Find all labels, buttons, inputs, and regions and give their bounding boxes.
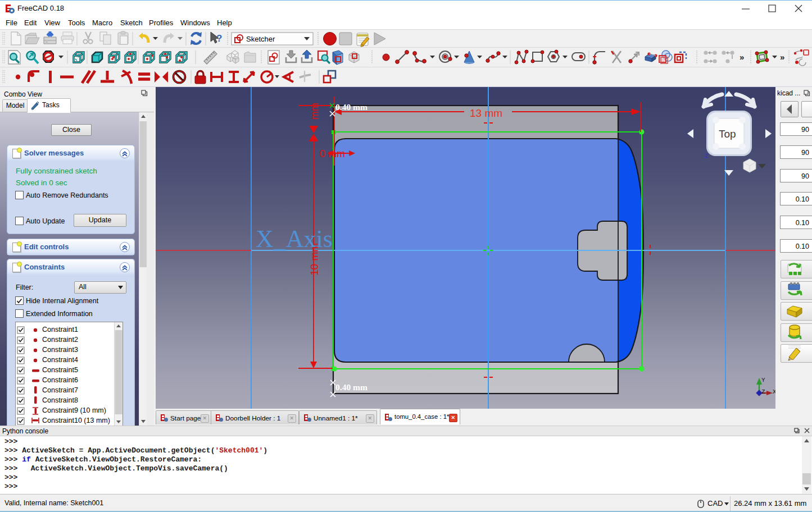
svg-text:Sketcher: Sketcher	[246, 35, 275, 43]
svg-text:13 mm: 13 mm	[470, 107, 502, 119]
svg-text:z: z	[705, 152, 708, 159]
svg-text:0.40 mm: 0.40 mm	[335, 382, 368, 392]
svg-text:0.40 mm: 0.40 mm	[335, 102, 368, 112]
svg-text:Y: Y	[761, 377, 765, 383]
svg-text:mm: mm	[309, 103, 320, 120]
svg-text:X_Axis: X_Axis	[256, 225, 333, 253]
svg-text:?: ?	[216, 33, 222, 44]
svg-text:Z: Z	[761, 388, 765, 395]
svg-text:»: »	[740, 52, 744, 62]
svg-text:Top: Top	[719, 128, 736, 140]
svg-text:»: »	[780, 52, 784, 62]
